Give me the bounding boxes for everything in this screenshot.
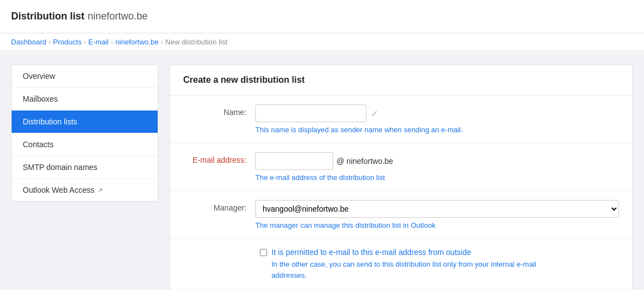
breadcrumb: Dashboard › Products › E-mail › ninefort… <box>0 33 644 51</box>
checkbox-content: It is permitted to e-mail to this e-mail… <box>271 248 560 281</box>
name-row: Name: ✓ This name is displayed as sender… <box>170 96 632 143</box>
sidebar-item-mailboxes[interactable]: Mailboxes <box>12 88 158 111</box>
email-domain: @ ninefortwo.be <box>336 157 393 166</box>
manager-select[interactable]: hvangool@ninefortwo.be <box>255 200 619 218</box>
sidebar-item-contacts[interactable]: Contacts <box>12 133 158 156</box>
manager-label: Manager: <box>183 200 255 212</box>
top-bar: Distribution list ninefortwo.be <box>0 0 644 33</box>
external-link-icon: ↗ <box>98 187 103 194</box>
email-control-group: @ ninefortwo.be The e-mail address of th… <box>255 152 619 182</box>
sidebar-item-smtp-domain-names[interactable]: SMTP domain names <box>12 156 158 179</box>
sidebar-item-label: Overview <box>23 72 55 81</box>
breadcrumb-email[interactable]: E-mail <box>88 38 109 46</box>
page-title: Distribution list <box>11 11 84 22</box>
sidebar-item-label: SMTP domain names <box>23 163 97 172</box>
breadcrumb-products[interactable]: Products <box>53 38 82 46</box>
sidebar: Overview Mailboxes Distribution lists Co… <box>11 64 158 202</box>
external-email-row: It is permitted to e-mail to this e-mail… <box>170 239 632 290</box>
name-label: Name: <box>183 104 255 117</box>
email-row: E-mail address: @ ninefortwo.be The e-ma… <box>170 143 632 191</box>
email-input[interactable] <box>255 152 333 170</box>
sidebar-item-label: Distribution lists <box>23 117 77 126</box>
sidebar-item-label: Outlook Web Access <box>23 186 94 194</box>
breadcrumb-sep-2: › <box>84 38 86 46</box>
manager-row: Manager: hvangool@ninefortwo.be The mana… <box>170 191 632 239</box>
breadcrumb-sep-1: › <box>49 38 51 46</box>
breadcrumb-current: New distribution list <box>165 38 228 46</box>
email-hint: The e-mail address of the distribution l… <box>255 173 619 182</box>
manager-hint: The manager can manage this distribution… <box>255 221 619 229</box>
breadcrumb-sep-4: › <box>161 38 163 46</box>
sidebar-item-label: Contacts <box>23 140 53 149</box>
email-input-row: @ ninefortwo.be <box>255 152 619 170</box>
name-hint: This name is displayed as sender name wh… <box>255 126 619 134</box>
form-panel: Create a new distribution list Name: ✓ T… <box>169 64 633 290</box>
page-domain: ninefortwo.be <box>88 11 148 22</box>
email-label: E-mail address: <box>183 152 255 164</box>
external-email-hint: In the other case, you can send to this … <box>271 259 560 281</box>
breadcrumb-domain[interactable]: ninefortwo.be <box>115 38 159 46</box>
sidebar-item-distribution-lists[interactable]: Distribution lists <box>12 111 158 133</box>
form-title: Create a new distribution list <box>170 65 632 96</box>
name-input-row: ✓ <box>255 104 619 122</box>
check-icon: ✓ <box>371 108 378 119</box>
name-control-group: ✓ This name is displayed as sender name … <box>255 104 619 134</box>
main-content: Overview Mailboxes Distribution lists Co… <box>0 51 644 290</box>
manager-control-group: hvangool@ninefortwo.be The manager can m… <box>255 200 619 229</box>
sidebar-item-label: Mailboxes <box>23 94 58 103</box>
sidebar-item-outlook-web-access[interactable]: Outlook Web Access ↗ <box>12 179 158 201</box>
name-input[interactable] <box>255 104 366 122</box>
external-email-checkbox[interactable] <box>260 249 267 256</box>
sidebar-item-overview[interactable]: Overview <box>12 65 158 88</box>
breadcrumb-sep-3: › <box>111 38 113 46</box>
external-email-label: It is permitted to e-mail to this e-mail… <box>271 248 560 257</box>
breadcrumb-dashboard[interactable]: Dashboard <box>11 38 47 46</box>
